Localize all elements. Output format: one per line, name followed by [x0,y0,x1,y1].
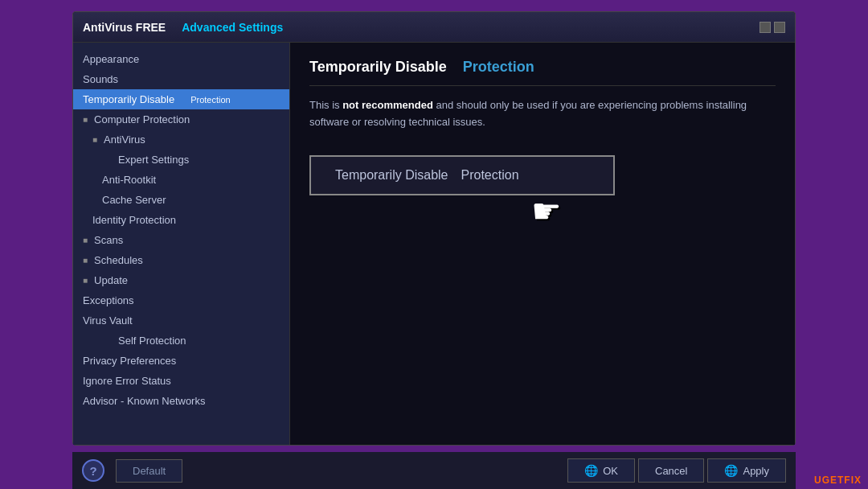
antivirus-label: AntiVirus [104,134,145,146]
sidebar-item-schedules[interactable]: ■ Schedules [73,250,289,270]
sidebar-item-virus-vault[interactable]: Virus Vault [73,310,289,331]
sidebar-item-appearance[interactable]: Appearance [73,49,289,69]
sidebar-item-antivirus[interactable]: ■ AntiVirus [73,129,289,150]
cursor-pointer-icon: ☛ [531,191,562,231]
temp-disable-label: Temporarily Disable [83,93,174,105]
window-controls [760,22,785,33]
main-window: AntiVirus FREE Advanced Settings Appeara… [72,11,796,446]
maximize-btn[interactable] [774,22,785,33]
apply-label: Apply [743,465,769,477]
cache-server-label: Cache Server [102,194,166,206]
sidebar-item-exceptions[interactable]: Exceptions [73,290,289,310]
ignore-error-status-label: Ignore Error Status [83,375,171,387]
sidebar-item-self-protection[interactable]: Self Protection [73,331,289,351]
disable-btn-container: Temporarily Disable Protection [309,155,776,195]
watermark: UGETFIX [814,475,862,486]
temporarily-disable-protection-button[interactable]: Temporarily Disable Protection [309,155,615,195]
bottom-right-buttons: 🌐 OK Cancel 🌐 Apply [567,458,786,483]
update-label: Update [94,274,128,286]
advisor-known-networks-label: Advisor - Known Networks [83,395,205,407]
sidebar-item-advisor-known-networks[interactable]: Advisor - Known Networks [73,391,289,411]
cancel-label: Cancel [655,465,687,477]
exceptions-label: Exceptions [83,294,134,306]
sidebar-item-temp-disable[interactable]: Temporarily Disable Protection [73,89,289,109]
schedules-expander: ■ [83,256,88,265]
expert-settings-label: Expert Settings [118,154,189,166]
title-bar: AntiVirus FREE Advanced Settings [73,12,795,43]
bottom-bar: ? Default 🌐 OK Cancel 🌐 Apply [72,450,796,489]
default-label: Default [133,465,166,477]
virus-vault-label: Virus Vault [83,314,133,327]
sidebar-item-sounds[interactable]: Sounds [73,69,289,89]
panel-header: Temporarily Disable Protection [309,59,776,86]
update-expander: ■ [83,276,88,285]
sidebar-item-expert-settings[interactable]: Expert Settings [73,150,289,170]
cancel-button[interactable]: Cancel [638,458,704,483]
privacy-preferences-label: Privacy Preferences [83,355,176,367]
panel-title-right: Protection [463,59,534,76]
ok-globe-icon: 🌐 [584,464,598,477]
anti-rootkit-label: Anti-Rootkit [102,174,156,186]
sidebar-item-identity-protection[interactable]: Identity Protection [73,210,289,230]
scans-expander: ■ [83,236,88,244]
temp-disable-badge: Protection [186,94,235,105]
sidebar-item-update[interactable]: ■ Update [73,270,289,290]
sounds-label: Sounds [83,73,118,85]
computer-protection-label: Computer Protection [94,113,190,125]
ok-button[interactable]: 🌐 OK [567,458,635,483]
apply-globe-icon: 🌐 [724,464,738,477]
computer-protection-expander: ■ [83,115,88,124]
apply-button[interactable]: 🌐 Apply [707,458,786,483]
main-panel: Temporarily Disable Protection This is n… [290,43,795,445]
self-protection-label: Self Protection [118,335,186,347]
appearance-label: Appearance [83,53,139,65]
sidebar-item-computer-protection[interactable]: ■ Computer Protection [73,109,289,129]
identity-protection-label: Identity Protection [92,214,176,226]
app-title: AntiVirus FREE [83,21,166,34]
help-icon: ? [89,464,96,478]
panel-description: This is not recommended and should only … [309,97,776,131]
sidebar-item-cache-server[interactable]: Cache Server [73,190,289,210]
schedules-label: Schedules [94,254,143,266]
sidebar-item-privacy-preferences[interactable]: Privacy Preferences [73,351,289,371]
sidebar-item-anti-rootkit[interactable]: Anti-Rootkit [73,170,289,190]
sidebar-item-ignore-error-status[interactable]: Ignore Error Status [73,371,289,391]
antivirus-expander: ■ [92,135,97,144]
panel-title-left: Temporarily Disable [309,59,447,76]
disable-btn-label-right: Protection [461,168,519,183]
section-title: Advanced Settings [182,21,283,34]
not-recommended-text: not recommended [342,99,433,111]
disable-btn-label-left: Temporarily Disable [335,168,448,183]
ok-label: OK [603,465,618,477]
help-button[interactable]: ? [82,459,104,482]
content-area: Appearance Sounds Temporarily Disable Pr… [73,43,795,445]
scans-label: Scans [94,234,123,246]
minimize-btn[interactable] [760,22,771,33]
default-button[interactable]: Default [116,459,182,483]
sidebar: Appearance Sounds Temporarily Disable Pr… [73,43,290,445]
sidebar-item-scans[interactable]: ■ Scans [73,230,289,250]
